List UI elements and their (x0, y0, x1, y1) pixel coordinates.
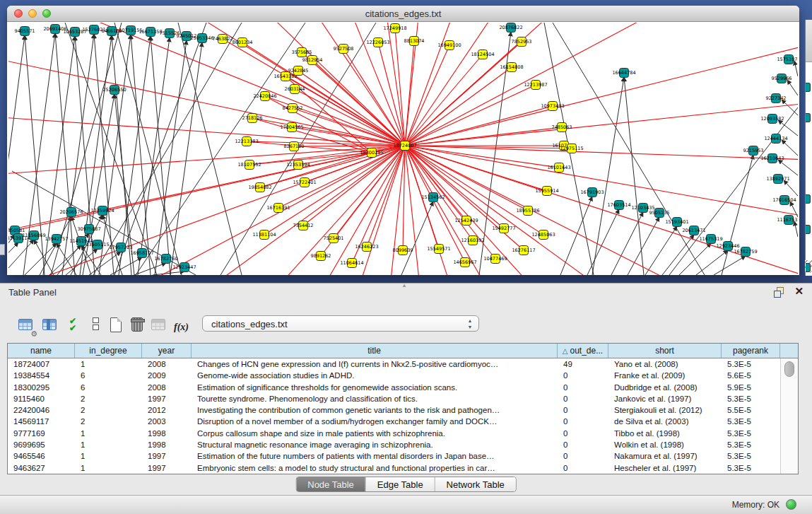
graph-node[interactable]: 25053346 (190, 34, 213, 43)
graph-node[interactable]: 30975887 (77, 225, 100, 234)
column-header-title[interactable]: title (192, 344, 558, 358)
graph-node[interactable]: 8099639 (393, 246, 413, 255)
float-panel-icon[interactable] (774, 287, 784, 297)
graph-node[interactable] (806, 194, 811, 204)
graph-node[interactable]: 12226053 (366, 38, 389, 47)
graph-node[interactable]: 8427552 (283, 104, 303, 113)
graph-node[interactable]: 7852953 (512, 37, 532, 47)
graph-node[interactable]: 9505135 (649, 209, 670, 218)
graph-node[interactable]: 15134562 (421, 193, 445, 202)
tab-node-table[interactable]: Node Table (296, 477, 366, 491)
graph-node[interactable]: 17957223 (109, 243, 132, 252)
graph-node[interactable]: 16716391 (266, 204, 290, 213)
graph-node[interactable]: 7485063 (552, 123, 572, 132)
splitter-collapse-icon[interactable]: ▴ (399, 283, 409, 288)
graph-node[interactable] (806, 83, 811, 92)
graph-node[interactable]: 15492777 (492, 224, 515, 233)
memory-status-indicator[interactable] (786, 499, 796, 510)
column-header-name[interactable]: name (8, 344, 75, 358)
memory-status-label[interactable]: Memory: OK (732, 500, 779, 510)
table-row[interactable]: 911546021997Tourette syndrome. Phenomeno… (8, 393, 780, 404)
clear-column-selection-icon[interactable] (86, 316, 105, 336)
graph-node[interactable]: 9215953 (743, 146, 764, 156)
graph-node[interactable]: 2718126 (242, 114, 263, 123)
graph-node[interactable] (806, 225, 811, 234)
graph-node[interactable]: 13505115 (86, 240, 109, 250)
graph-node[interactable] (806, 113, 811, 122)
graph-node[interactable]: 8601234 (233, 38, 253, 47)
background-window-sliver[interactable] (805, 20, 812, 276)
graph-node[interactable]: 17004565 (280, 123, 303, 132)
column-header-year[interactable]: year (142, 344, 192, 358)
column-header-pagerank[interactable]: pagerank (722, 344, 780, 358)
graph-node[interactable]: 16782759 (734, 247, 757, 257)
table-mode-icon[interactable]: ⚙ (17, 316, 35, 336)
table-row[interactable]: 2242004622012Investigating the contribut… (8, 404, 780, 416)
graph-node[interactable]: 20206576 (59, 208, 83, 217)
select-all-columns-icon[interactable]: ✔✔ (65, 316, 83, 336)
graph-node[interactable]: 17359924 (90, 206, 114, 216)
graph-node[interactable] (806, 263, 811, 272)
close-panel-icon[interactable]: ✕ (794, 285, 804, 298)
graph-node[interactable]: 9891262 (311, 252, 331, 261)
graph-node[interactable]: 16246223 (355, 243, 378, 252)
window-titlebar[interactable]: citations_edges.txt (7, 6, 799, 22)
graph-node[interactable]: 10477469 (483, 255, 507, 264)
tab-edge-table[interactable]: Edge Table (366, 477, 435, 491)
delete-column-icon[interactable] (129, 316, 147, 336)
graph-node[interactable]: 9527508 (334, 45, 354, 54)
table-row[interactable]: 1938455462009Genome-wide association stu… (8, 370, 780, 381)
graph-node[interactable]: 18107552 (237, 160, 261, 170)
graph-node[interactable]: 12213987 (524, 81, 547, 90)
graph-node[interactable]: 20876822 (499, 23, 522, 33)
graph-node[interactable]: 12160392 (461, 236, 484, 245)
graph-node[interactable]: 16154808 (500, 63, 523, 72)
graph-node[interactable]: 13892971 (766, 175, 789, 184)
show-columns-icon[interactable] (41, 316, 59, 336)
graph-node[interactable]: 9405571 (15, 27, 35, 36)
graph-node[interactable]: 12444134 (764, 134, 787, 144)
network-canvas[interactable]: 9405571206914061065328715276021646616010… (8, 23, 798, 275)
graph-node[interactable]: 16791903 (580, 188, 604, 197)
graph-node[interactable]: 18955786 (516, 206, 539, 216)
graph-node[interactable]: 17016504 (772, 196, 796, 205)
column-header-short[interactable]: short (608, 344, 722, 358)
graph-node[interactable]: 16101643 (547, 163, 570, 173)
graph-node[interactable]: 11064614 (340, 259, 363, 268)
graph-node[interactable]: 16782760 (154, 255, 177, 264)
graph-node[interactable]: 15193401 (665, 218, 688, 227)
graph-node[interactable]: 2603144 (285, 85, 305, 94)
table-row[interactable]: 977716911998Corpus callosum shape and si… (8, 428, 780, 439)
vertical-scrollbar[interactable] (780, 358, 798, 474)
graph-node[interactable]: 12923447 (172, 263, 196, 272)
column-header-out_de[interactable]: △out_de... (558, 344, 608, 358)
graph-node[interactable]: 17603514 (607, 201, 630, 210)
table-row[interactable]: 946362711997Embryonic stem cells: a mode… (8, 462, 780, 474)
graph-node[interactable]: 16276117 (512, 246, 535, 255)
tab-network-table[interactable]: Network Table (435, 477, 516, 491)
graph-node[interactable]: 16644784 (612, 69, 635, 78)
create-new-column-icon[interactable] (107, 316, 126, 336)
graph-node[interactable]: 13942757 (45, 235, 68, 244)
graph-node[interactable]: 17249918 (383, 24, 406, 33)
graph-node[interactable]: 11381104 (252, 230, 276, 240)
graph-node[interactable]: 7525401 (324, 234, 344, 243)
graph-node[interactable]: 12353594 (286, 160, 310, 170)
graph-node[interactable]: 12213383 (235, 137, 258, 146)
graph-node[interactable]: 12542439 (454, 216, 478, 226)
table-row[interactable]: 1456911722003Disruption of a novel membe… (8, 416, 780, 427)
graph-node[interactable]: 19854082 (248, 183, 271, 192)
column-header-in_degree[interactable]: in_degree (75, 344, 142, 358)
divider-handle[interactable] (0, 244, 5, 255)
graph-node[interactable]: 14656967 (453, 258, 476, 267)
table-row[interactable]: 946554611997Estimation of the future num… (8, 450, 780, 462)
table-row[interactable]: 969969511998Structural magnetic resonanc… (8, 439, 780, 450)
graph-node[interactable]: 16949100 (437, 41, 461, 50)
function-builder-icon[interactable]: f(x) (174, 316, 192, 336)
table-row[interactable]: 1872400712008Changes of HCN gene express… (8, 358, 780, 370)
graph-node[interactable]: 8267150 (284, 142, 305, 151)
graph-node[interactable]: 7354412 (293, 221, 314, 230)
graph-node[interactable]: 8813074 (404, 37, 425, 46)
table-row[interactable]: 1830029562008Estimation of significance … (8, 382, 780, 393)
graph-node[interactable]: 12485063 (531, 230, 555, 240)
